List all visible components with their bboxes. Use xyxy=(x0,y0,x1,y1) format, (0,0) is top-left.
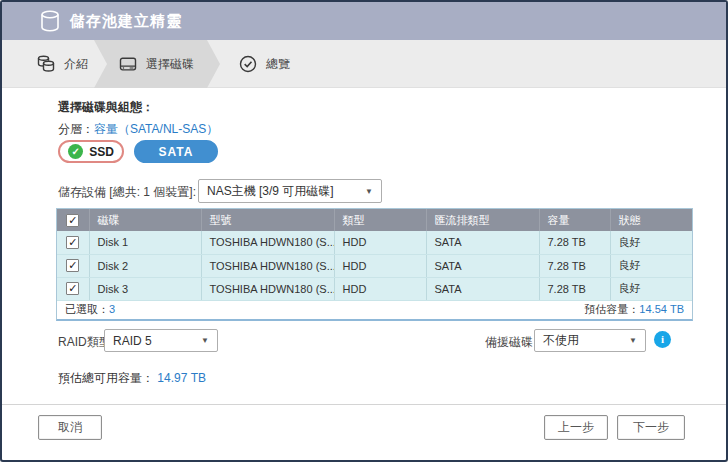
table-header-row: ✓ 磁碟 型號 類型 匯流排類型 容量 狀態 xyxy=(57,209,692,231)
estimated-label: 預估容量： xyxy=(584,303,639,315)
step-label: 總覽 xyxy=(266,56,290,73)
green-check-icon: ✓ xyxy=(68,144,83,159)
cell-model: TOSHIBA HDWN180 (S... xyxy=(201,231,334,254)
section-heading: 選擇磁碟與組態： xyxy=(58,99,154,116)
step-select-disks-active[interactable]: 選擇磁碟 xyxy=(94,40,220,88)
cell-bus: SATA xyxy=(426,231,539,254)
cell-disk: Disk 1 xyxy=(89,231,201,254)
estimated-value: 14.54 TB xyxy=(639,303,684,315)
wizard-stepbar: 介紹 選擇磁碟 總覽 xyxy=(2,40,726,88)
table-row[interactable]: ✓ Disk 2 TOSHIBA HDWN180 (S... HDD SATA … xyxy=(57,254,692,277)
device-label: 儲存設備 [總共: 1 個裝置]: xyxy=(58,184,196,201)
info-icon[interactable]: i xyxy=(654,331,671,348)
disk-icon xyxy=(118,54,138,74)
cell-type: HDD xyxy=(334,277,426,300)
total-capacity-line: 預估總可用容量： 14.97 TB xyxy=(58,370,206,387)
step-introduction[interactable]: 介紹 xyxy=(36,40,88,88)
cell-status: 良好 xyxy=(610,231,692,254)
back-button[interactable]: 上一步 xyxy=(544,415,608,440)
chevron-down-icon: ▼ xyxy=(201,336,209,345)
titlebar: 儲存池建立精靈 xyxy=(2,2,726,40)
selected-label: 已選取： xyxy=(65,303,109,315)
chevron-down-icon: ▼ xyxy=(629,336,637,345)
sata-button[interactable]: SATA xyxy=(134,140,218,163)
sata-button-label: SATA xyxy=(159,145,194,159)
storage-pool-wizard-dialog: 儲存池建立精靈 介紹 選擇磁碟 xyxy=(0,0,728,462)
total-capacity-label: 預估總可用容量： xyxy=(58,371,154,385)
table-footer: 已選取：3 預估容量：14.54 TB xyxy=(57,301,692,319)
cell-capacity: 7.28 TB xyxy=(539,254,610,277)
spare-disk-select[interactable]: 不使用 ▼ xyxy=(534,329,646,352)
cell-bus: SATA xyxy=(426,277,539,300)
tier-line: 分層：容量（SATA/NL-SAS） xyxy=(58,121,218,138)
select-all-checkbox[interactable]: ✓ xyxy=(66,214,79,227)
next-button[interactable]: 下一步 xyxy=(617,415,685,440)
selected-count-line: 已選取：3 xyxy=(65,302,115,317)
row-checkbox[interactable]: ✓ xyxy=(66,259,79,272)
tier-label: 分層： xyxy=(58,122,94,136)
step-label: 選擇磁碟 xyxy=(146,56,194,73)
cell-type: HDD xyxy=(334,231,426,254)
table-row[interactable]: ✓ Disk 3 TOSHIBA HDWN180 (S... HDD SATA … xyxy=(57,277,692,300)
device-select-value: NAS主機 [3/9 可用磁碟] xyxy=(207,183,334,200)
col-header-status: 狀態 xyxy=(610,209,692,231)
cell-disk: Disk 3 xyxy=(89,277,201,300)
cylinders-icon xyxy=(36,54,56,74)
storage-pool-icon xyxy=(40,10,60,32)
cancel-button[interactable]: 取消 xyxy=(38,415,102,440)
cell-disk: Disk 2 xyxy=(89,254,201,277)
ssd-button[interactable]: ✓ SSD xyxy=(58,140,124,163)
footer-divider xyxy=(2,404,726,405)
step-label: 介紹 xyxy=(64,56,88,73)
col-header-bus: 匯流排類型 xyxy=(426,209,539,231)
cell-type: HDD xyxy=(334,254,426,277)
row-checkbox[interactable]: ✓ xyxy=(66,282,79,295)
cell-capacity: 7.28 TB xyxy=(539,231,610,254)
step-overview[interactable]: 總覽 xyxy=(238,40,290,88)
device-select[interactable]: NAS主機 [3/9 可用磁碟] ▼ xyxy=(198,179,382,203)
chevron-down-icon: ▼ xyxy=(365,187,373,196)
disk-type-toggle: ✓ SSD SATA xyxy=(58,140,218,163)
cell-model: TOSHIBA HDWN180 (S... xyxy=(201,277,334,300)
col-header-type: 類型 xyxy=(334,209,426,231)
selected-count: 3 xyxy=(109,303,115,315)
cell-status: 良好 xyxy=(610,277,692,300)
tier-link[interactable]: 容量（SATA/NL-SAS） xyxy=(94,122,218,136)
cell-bus: SATA xyxy=(426,254,539,277)
col-header-model: 型號 xyxy=(201,209,334,231)
col-header-disk: 磁碟 xyxy=(89,209,201,231)
total-capacity-value: 14.97 TB xyxy=(157,371,206,385)
spare-disk-value: 不使用 xyxy=(543,332,579,349)
cell-model: TOSHIBA HDWN180 (S... xyxy=(201,254,334,277)
window-title: 儲存池建立精靈 xyxy=(70,12,182,31)
cell-capacity: 7.28 TB xyxy=(539,277,610,300)
estimated-capacity-line: 預估容量：14.54 TB xyxy=(584,302,684,317)
table-row[interactable]: ✓ Disk 1 TOSHIBA HDWN180 (S... HDD SATA … xyxy=(57,231,692,254)
raid-type-value: RAID 5 xyxy=(113,334,152,348)
col-header-capacity: 容量 xyxy=(539,209,610,231)
raid-type-select[interactable]: RAID 5 ▼ xyxy=(104,329,218,352)
ssd-button-label: SSD xyxy=(89,145,114,159)
row-checkbox[interactable]: ✓ xyxy=(66,236,79,249)
disk-table: ✓ 磁碟 型號 類型 匯流排類型 容量 狀態 ✓ Disk 1 TOSHIBA … xyxy=(56,208,693,321)
cell-status: 良好 xyxy=(610,254,692,277)
check-circle-icon xyxy=(238,54,258,74)
